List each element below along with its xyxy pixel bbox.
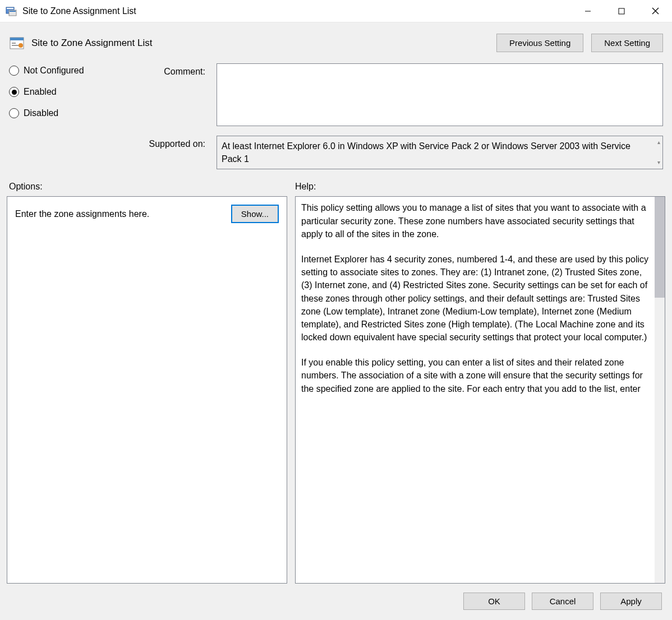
help-text: This policy setting allows you to manage… — [296, 197, 655, 583]
scroll-arrows-icon: ▴▾ — [657, 138, 660, 166]
radio-label: Not Configured — [24, 66, 84, 76]
help-paragraph: If you enable this policy setting, you c… — [301, 356, 649, 395]
svg-line-6 — [652, 8, 659, 14]
radio-icon — [9, 108, 19, 118]
show-button[interactable]: Show... — [231, 205, 279, 223]
maximize-button[interactable] — [605, 0, 638, 22]
cancel-button[interactable]: Cancel — [532, 593, 593, 610]
policy-title: Site to Zone Assignment List — [31, 38, 496, 49]
ok-button[interactable]: OK — [463, 593, 525, 610]
options-prompt: Enter the zone assignments here. — [15, 209, 149, 219]
options-panel: Enter the zone assignments here. Show... — [7, 196, 287, 584]
close-button[interactable] — [638, 0, 672, 22]
state-radio-group: Not Configured Enabled Disabled — [9, 63, 121, 169]
policy-icon — [9, 35, 25, 51]
supported-on-label: Supported on: — [132, 136, 205, 169]
titlebar: Site to Zone Assignment List — [0, 0, 672, 22]
comment-input[interactable] — [217, 63, 663, 126]
apply-button[interactable]: Apply — [600, 593, 662, 610]
svg-line-7 — [652, 8, 659, 14]
options-label: Options: — [9, 182, 295, 192]
svg-rect-10 — [12, 43, 16, 44]
radio-disabled[interactable]: Disabled — [9, 108, 121, 118]
scrollbar-thumb[interactable] — [655, 197, 665, 298]
comment-label: Comment: — [132, 63, 205, 128]
content-area: Site to Zone Assignment List Previous Se… — [0, 22, 672, 620]
section-labels: Options: Help: — [7, 175, 665, 196]
help-label: Help: — [295, 182, 316, 192]
supported-on-value: At least Internet Explorer 6.0 in Window… — [217, 136, 663, 169]
radio-icon — [9, 66, 19, 76]
radio-not-configured[interactable]: Not Configured — [9, 66, 121, 76]
svg-rect-3 — [10, 11, 16, 12]
radio-enabled[interactable]: Enabled — [9, 87, 121, 97]
svg-point-12 — [19, 43, 23, 48]
svg-rect-11 — [12, 45, 19, 46]
footer-buttons: OK Cancel Apply — [7, 584, 665, 613]
help-panel: This policy setting allows you to manage… — [295, 196, 665, 584]
config-row: Not Configured Enabled Disabled Comment:… — [7, 63, 665, 175]
svg-rect-5 — [619, 8, 624, 14]
window-title: Site to Zone Assignment List — [22, 6, 571, 16]
svg-rect-1 — [7, 8, 13, 9]
help-paragraph: Internet Explorer has 4 security zones, … — [301, 253, 649, 344]
policy-header: Site to Zone Assignment List Previous Se… — [7, 29, 665, 63]
help-scrollbar[interactable] — [655, 197, 665, 583]
minimize-button[interactable] — [571, 0, 605, 22]
radio-label: Disabled — [24, 108, 58, 118]
radio-icon — [9, 87, 19, 97]
help-paragraph: This policy setting allows you to manage… — [301, 201, 649, 240]
previous-setting-button[interactable]: Previous Setting — [496, 34, 583, 52]
radio-label: Enabled — [24, 87, 57, 97]
next-setting-button[interactable]: Next Setting — [591, 34, 663, 52]
svg-rect-9 — [10, 38, 24, 40]
app-icon — [6, 6, 17, 17]
panels: Enter the zone assignments here. Show...… — [7, 196, 665, 584]
window-controls — [571, 0, 672, 22]
